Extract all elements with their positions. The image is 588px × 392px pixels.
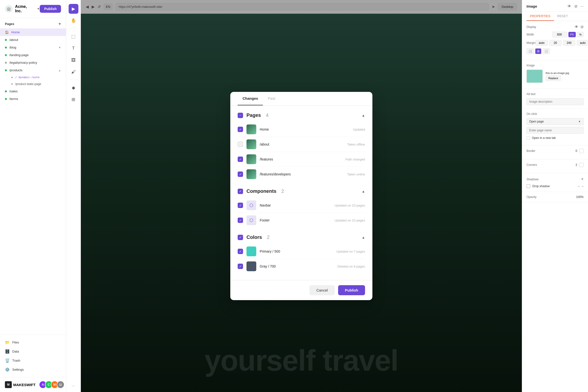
alt-text-input[interactable] xyxy=(526,98,584,105)
sidebar-item-sales[interactable]: /sales xyxy=(0,88,66,95)
about-checkbox[interactable] xyxy=(238,142,243,147)
replace-button[interactable]: Replace xyxy=(546,76,561,81)
toolbar-separator xyxy=(69,28,78,29)
sidebar-item-label: /about xyxy=(9,38,18,42)
hand-tool-button[interactable]: ✋ xyxy=(68,16,78,26)
add-page-button[interactable]: + xyxy=(58,21,61,26)
navbar-checkbox[interactable]: ✓ xyxy=(238,202,243,208)
drop-shadow-checkbox[interactable] xyxy=(526,184,530,188)
sidebar-item-products[interactable]: /products ▲ xyxy=(0,66,66,74)
sidebar-item-blog[interactable]: /blog ▼ xyxy=(0,44,66,51)
more-tools-button[interactable]: ··· xyxy=(72,384,75,388)
tab-properties[interactable]: PROPERTIES xyxy=(526,12,554,21)
publish-button[interactable]: Publish xyxy=(40,5,61,13)
tab-changes[interactable]: Changes xyxy=(238,92,263,105)
sidebar-footer: M MAKESWIFT A C M 12 xyxy=(0,377,66,392)
publish-modal: Changes Past − Pages 4 ▲ ✓ xyxy=(230,92,372,300)
align-center-button[interactable]: ⊞ xyxy=(535,48,542,54)
align-row: ⬜ ⊞ ⬜ xyxy=(526,48,584,54)
eye-icon[interactable]: 👁 xyxy=(568,4,571,8)
drop-shadow-dash-button[interactable]: − xyxy=(582,184,584,188)
colors-master-checkbox[interactable]: ✓ xyxy=(238,235,243,240)
frame-tool-button[interactable]: ⬚ xyxy=(68,32,78,42)
features-dev-checkbox[interactable]: ✓ xyxy=(238,172,243,177)
margin-left-input[interactable] xyxy=(577,40,588,46)
pages-chevron-icon[interactable]: ▲ xyxy=(362,114,365,117)
components-chevron-icon[interactable]: ▲ xyxy=(362,190,365,193)
sidebar-item-label: /sales xyxy=(9,90,18,93)
open-new-tab-checkbox[interactable] xyxy=(526,136,530,140)
alt-text-section: Alt text xyxy=(522,89,588,109)
margin-top-input[interactable] xyxy=(536,40,548,46)
paint-tool-button[interactable]: 🖌 xyxy=(68,67,78,77)
tab-past[interactable]: Past xyxy=(263,92,280,105)
gallery-tool-button[interactable]: ⊞ xyxy=(68,94,78,104)
add-shadow-button[interactable]: + xyxy=(581,177,584,182)
cancel-button[interactable]: Cancel xyxy=(310,285,335,295)
about-thumb xyxy=(246,140,256,149)
home-thumb xyxy=(246,124,256,134)
pages-section-header: − Pages 4 ▲ xyxy=(238,112,365,118)
gray700-item-name: Gray / 700 xyxy=(260,264,276,268)
width-input[interactable] xyxy=(552,32,567,38)
sidebar-item-landing[interactable]: /landing-page xyxy=(0,51,66,59)
on-click-label-row: On click xyxy=(526,112,584,116)
sidebar-bottom-label: Files xyxy=(12,340,19,344)
opacity-section: Opacity 100% xyxy=(522,192,588,202)
modal-item-gray700: ✓ Gray / 700 Deleted on 8 pages xyxy=(238,259,365,274)
margin-label: Margin xyxy=(526,41,536,44)
corners-swatch[interactable] xyxy=(579,163,584,167)
margin-right-input[interactable] xyxy=(549,40,562,46)
text-tool-button[interactable]: T xyxy=(68,43,78,53)
sidebar-item-legal[interactable]: /legal/privacy-policy xyxy=(0,59,66,66)
sidebar-item-home[interactable]: 🏠 Home xyxy=(0,28,66,36)
primary500-checkbox[interactable]: ✓ xyxy=(238,249,243,254)
select-tool-button[interactable]: ▶ xyxy=(68,4,78,14)
dot-icon xyxy=(11,83,13,85)
colors-section-count: 2 xyxy=(267,234,270,240)
sidebar-item-files[interactable]: 📁 Files xyxy=(5,338,61,347)
avatar-count[interactable]: 12 xyxy=(56,381,64,388)
image-tool-button[interactable]: 🖼 xyxy=(68,55,78,65)
align-right-button[interactable]: ⬜ xyxy=(542,48,550,54)
on-click-select[interactable]: Open page ▼ xyxy=(526,118,584,125)
sidebar-sub-item-product-static[interactable]: /product-static-page xyxy=(0,80,66,88)
display-visible-button[interactable]: 👁 xyxy=(574,24,578,29)
modal-overlay[interactable]: Changes Past − Pages 4 ▲ ✓ xyxy=(81,0,522,392)
percent-button[interactable]: % xyxy=(577,32,584,37)
sidebar-item-settings[interactable]: ⚙️ Settings xyxy=(5,365,61,374)
sidebar-item-terms[interactable]: /terms xyxy=(0,95,66,103)
dot-icon xyxy=(5,39,7,41)
components-master-checkbox[interactable]: ✓ xyxy=(238,189,243,194)
display-hidden-button[interactable]: ⊘ xyxy=(580,24,584,29)
components-section-count: 2 xyxy=(281,188,284,194)
pages-master-checkbox[interactable]: − xyxy=(238,113,243,118)
home-checkbox[interactable]: ✓ xyxy=(238,127,243,132)
slash-icon[interactable]: ⊘ xyxy=(574,4,578,8)
border-swatch[interactable] xyxy=(579,149,584,153)
sidebar-item-trash[interactable]: 🗑️ Trash xyxy=(5,356,61,365)
sidebar-sub-item-dynamic[interactable]: / dynamic-route xyxy=(0,74,66,80)
modal-tabs: Changes Past xyxy=(230,92,372,106)
3d-tool-button[interactable]: ◆ xyxy=(68,83,78,92)
margin-bottom-input[interactable] xyxy=(563,40,575,46)
modal-publish-button[interactable]: Publish xyxy=(338,285,365,295)
more-icon[interactable]: ··· xyxy=(580,4,584,8)
px-button[interactable]: PX xyxy=(568,32,576,37)
sidebar-item-data[interactable]: 🗄️ Data xyxy=(5,347,61,356)
panel-header: Image 👁 ⊘ ··· xyxy=(522,0,588,12)
align-left-button[interactable]: ⬜ xyxy=(526,48,534,54)
gray700-checkbox[interactable]: ✓ xyxy=(238,264,243,269)
page-name-input[interactable] xyxy=(526,127,584,134)
brand-area[interactable]: 🏢 Acme, Inc. ▼ xyxy=(5,4,40,13)
features-checkbox[interactable]: ✓ xyxy=(238,156,243,162)
pages-section-left: − Pages 4 xyxy=(238,112,268,118)
colors-chevron-icon[interactable]: ▲ xyxy=(362,236,365,239)
footer-item-name: Footer xyxy=(260,218,270,222)
opacity-label: Opacity xyxy=(526,195,536,199)
drop-shadow-controls: − − xyxy=(578,184,584,188)
tab-reset[interactable]: RESET xyxy=(554,12,571,21)
sidebar-item-about[interactable]: /about xyxy=(0,36,66,44)
footer-checkbox[interactable]: ✓ xyxy=(238,218,243,223)
drop-shadow-minus-button[interactable]: − xyxy=(578,184,580,188)
